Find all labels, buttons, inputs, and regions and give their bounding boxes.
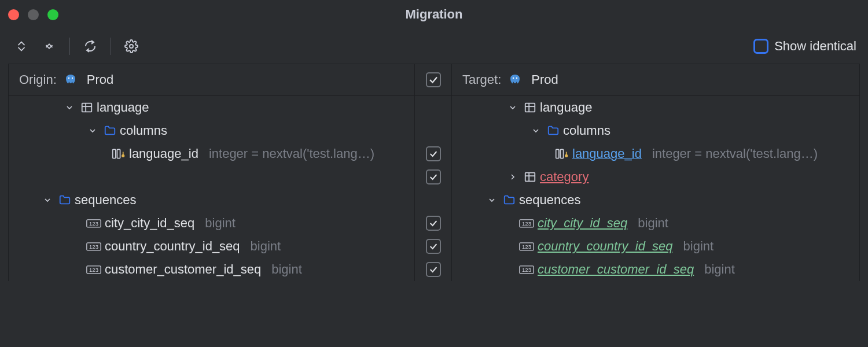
origin-tree: language columns language_id integer = n… [9, 96, 415, 281]
tree-node-sequences[interactable]: sequences [9, 189, 414, 212]
checkbox-cell[interactable] [415, 212, 451, 235]
sequence-name: city_city_id_seq [105, 216, 194, 231]
checkbox-cell[interactable] [415, 258, 451, 281]
diff-body: language columns language_id integer = n… [8, 96, 860, 281]
postgres-icon [64, 73, 78, 87]
sequence-type: bigint [704, 262, 735, 277]
window-controls [8, 9, 58, 20]
sequence-icon: 123 [519, 217, 534, 229]
row-checkbox[interactable] [426, 262, 441, 277]
expand-all-button[interactable] [12, 36, 31, 56]
chevron-down-icon[interactable] [506, 101, 519, 114]
tree-node-table[interactable]: language [452, 96, 859, 119]
collapse-all-button[interactable] [39, 36, 59, 56]
sequence-icon: 123 [86, 241, 101, 252]
tree-node-sequences[interactable]: sequences [452, 189, 859, 212]
key-column-icon [555, 147, 569, 160]
select-all-checkbox[interactable] [426, 72, 441, 87]
tree-node-sequence[interactable]: 123 country_country_id_seq bigint [452, 235, 859, 258]
sequence-name: country_country_id_seq [105, 239, 240, 254]
refresh-button[interactable] [80, 36, 100, 56]
sequence-name-added: customer_customer_id_seq [538, 262, 694, 277]
sequence-icon: 123 [86, 264, 101, 275]
sequence-type: bigint [271, 262, 302, 277]
svg-point-4 [516, 77, 517, 79]
origin-label: Origin: [19, 72, 57, 87]
table-icon [524, 101, 536, 114]
sequences-label: sequences [519, 193, 580, 208]
tree-node-sequence[interactable]: 123 city_city_id_seq bigint [452, 212, 859, 235]
svg-text:123: 123 [522, 243, 531, 250]
sequence-type: bigint [205, 216, 236, 231]
svg-text:123: 123 [522, 267, 531, 273]
minimize-icon[interactable] [28, 9, 39, 20]
chevron-down-icon[interactable] [529, 124, 542, 137]
table-name: language [97, 100, 149, 115]
chevron-down-icon[interactable] [86, 124, 99, 137]
row-checkbox[interactable] [426, 146, 441, 161]
show-identical-toggle[interactable]: Show identical [753, 39, 856, 54]
tree-node-column[interactable]: language_id integer = nextval('test.lang… [452, 142, 859, 165]
svg-rect-5 [82, 104, 92, 112]
target-header: Target: Prod [452, 64, 860, 95]
tree-node-columns[interactable]: columns [9, 119, 414, 142]
sequence-type: bigint [251, 239, 281, 254]
postgres-icon [508, 73, 522, 87]
window-title: Migration [0, 0, 868, 29]
column-headers: Origin: Prod Target: Prod [8, 64, 860, 96]
tree-node-table[interactable]: language [9, 96, 414, 119]
folder-icon [503, 194, 516, 206]
column-name-changed: language_id [572, 146, 642, 161]
empty-row [9, 165, 414, 189]
checkbox-cell[interactable] [415, 235, 451, 258]
selection-column [415, 96, 452, 281]
key-column-icon [112, 147, 126, 160]
svg-rect-8 [113, 149, 116, 158]
close-icon[interactable] [8, 9, 19, 20]
header-checkbox-cell [415, 64, 452, 95]
tree-node-columns[interactable]: columns [452, 119, 859, 142]
toolbar: Show identical [0, 29, 868, 64]
sequence-icon: 123 [519, 264, 534, 275]
row-checkbox[interactable] [426, 216, 441, 231]
table-name: language [540, 100, 593, 115]
table-icon [524, 171, 536, 183]
checkbox-cell [415, 189, 451, 212]
svg-rect-24 [566, 152, 567, 155]
chevron-down-icon[interactable] [486, 194, 498, 206]
svg-point-0 [130, 45, 133, 48]
row-checkbox[interactable] [426, 169, 441, 184]
checkbox-cell[interactable] [415, 165, 451, 189]
sequence-name-added: country_country_id_seq [538, 239, 673, 254]
chevron-right-icon[interactable] [506, 171, 519, 183]
tree-node-sequence[interactable]: 123 country_country_id_seq bigint [9, 235, 414, 258]
chevron-down-icon[interactable] [63, 101, 76, 114]
tree-node-sequence[interactable]: 123 city_city_id_seq bigint [9, 212, 414, 235]
folder-icon [104, 124, 116, 137]
tree-node-sequence[interactable]: 123 customer_customer_id_seq bigint [9, 258, 414, 281]
tree-node-sequence[interactable]: 123 customer_customer_id_seq bigint [452, 258, 859, 281]
tree-node-column[interactable]: language_id integer = nextval('test.lang… [9, 142, 414, 165]
tree-node-category[interactable]: category [452, 165, 859, 189]
svg-rect-21 [556, 149, 559, 158]
sequence-name: customer_customer_id_seq [105, 262, 261, 277]
column-name: language_id [129, 146, 198, 161]
column-type: integer = nextval('test.lang…) [652, 146, 818, 161]
origin-header: Origin: Prod [8, 64, 415, 95]
columns-label: columns [563, 123, 610, 138]
checkbox-cell [415, 96, 451, 119]
checkbox-cell[interactable] [415, 142, 451, 165]
toolbar-separator [111, 38, 111, 55]
zoom-icon[interactable] [47, 9, 58, 20]
sequences-label: sequences [75, 193, 136, 208]
origin-db-name: Prod [87, 72, 113, 87]
category-name-removed: category [540, 169, 589, 184]
column-type: integer = nextval('test.lang…) [209, 146, 374, 161]
svg-text:123: 123 [89, 243, 98, 250]
row-checkbox[interactable] [426, 239, 441, 254]
toolbar-separator [69, 38, 70, 55]
chevron-down-icon[interactable] [41, 194, 54, 206]
settings-button[interactable] [122, 36, 141, 56]
sequence-type: bigint [638, 216, 668, 231]
show-identical-checkbox[interactable] [753, 39, 768, 54]
